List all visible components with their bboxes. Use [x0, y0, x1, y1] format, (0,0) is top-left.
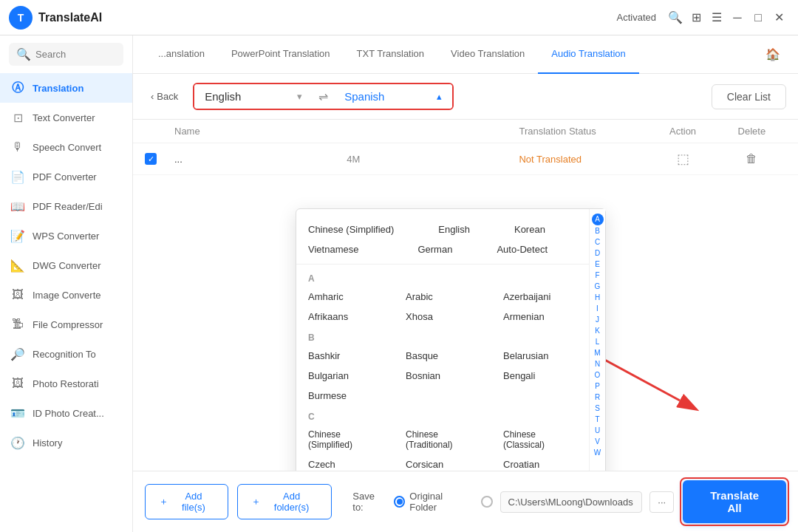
activation-status: Activated: [617, 12, 656, 23]
tab-txt-translation[interactable]: TXT Translation: [344, 35, 438, 74]
sidebar-item-history[interactable]: 🕐 History: [0, 428, 132, 457]
recognition-icon: 🔎: [10, 347, 25, 361]
sidebar-item-dwg-converter[interactable]: 📐 DWG Converter: [0, 250, 132, 280]
sidebar-item-label: Image Converte: [33, 290, 101, 301]
alpha-m[interactable]: M: [594, 347, 600, 358]
sidebar-item-text-converter[interactable]: ⊡ Text Converter: [0, 103, 132, 132]
top-lang-item[interactable]: Korean: [514, 224, 545, 235]
minimize-btn[interactable]: ─: [727, 7, 748, 28]
path-more-button[interactable]: ···: [649, 491, 674, 513]
section-b-row2: Bulgarian Bosnian Bengali: [296, 366, 589, 386]
search-input[interactable]: [35, 49, 116, 60]
lang-bulgarian[interactable]: Bulgarian: [296, 366, 394, 386]
lang-corsican[interactable]: Corsican: [394, 454, 491, 471]
lang-azerbaijani[interactable]: Azerbaijani: [491, 287, 589, 307]
lang-bengali[interactable]: Bengali: [491, 366, 589, 386]
row-delete-icon[interactable]: 🗑: [717, 152, 786, 166]
alpha-t[interactable]: T: [595, 414, 599, 425]
lang-arabic[interactable]: Arabic: [394, 287, 491, 307]
lang-armenian[interactable]: Armenian: [491, 307, 589, 327]
tab-doc-translation[interactable]: ...anslation: [145, 35, 218, 74]
sidebar-item-image-converter[interactable]: 🖼 Image Converte: [0, 280, 132, 310]
sidebar-item-speech-convert[interactable]: 🎙 Speech Convert: [0, 132, 132, 162]
add-files-button[interactable]: ＋ Add file(s): [145, 484, 228, 519]
alpha-w[interactable]: W: [594, 447, 601, 458]
alpha-v[interactable]: V: [595, 436, 600, 447]
alpha-p[interactable]: P: [595, 381, 600, 392]
lang-burmese[interactable]: Burmese: [296, 386, 394, 406]
lang-bosnian[interactable]: Bosnian: [394, 366, 491, 386]
sidebar-item-file-compressor[interactable]: 🗜 File Compressor: [0, 310, 132, 339]
alpha-k[interactable]: K: [595, 325, 600, 336]
lang-bashkir[interactable]: Bashkir: [296, 346, 394, 366]
maximize-btn[interactable]: □: [748, 7, 768, 28]
search-icon-btn[interactable]: 🔍: [665, 7, 686, 28]
menu-icon-btn[interactable]: ☰: [706, 7, 727, 28]
sidebar-item-translation[interactable]: Ⓐ Translation: [0, 73, 132, 103]
top-lang-item[interactable]: Vietnamese: [308, 244, 358, 255]
alpha-s[interactable]: S: [595, 403, 600, 414]
language-swap-icon[interactable]: ⇌: [316, 89, 331, 103]
alpha-c[interactable]: C: [595, 236, 600, 248]
lang-czech[interactable]: Czech: [296, 454, 394, 471]
target-language-select[interactable]: Spanish ▴: [334, 84, 452, 109]
alpha-j[interactable]: J: [596, 314, 599, 325]
row-checkbox[interactable]: ✓: [145, 153, 174, 165]
dropdown-list: Chinese (Simplified) English Korean Viet…: [296, 209, 589, 471]
sidebar: 🔍 Ⓐ Translation ⊡ Text Converter 🎙 Speec…: [0, 35, 133, 532]
alpha-u[interactable]: U: [595, 425, 600, 436]
lang-chinese-traditional[interactable]: Chinese (Traditional): [394, 425, 491, 454]
tab-ppt-translation[interactable]: PowerPoint Translation: [218, 35, 344, 74]
alpha-a[interactable]: A: [592, 214, 604, 225]
photo-restoration-icon: 🖼: [10, 376, 25, 391]
top-lang-item[interactable]: German: [417, 244, 452, 255]
translate-all-button[interactable]: Translate All: [683, 480, 786, 523]
top-lang-item[interactable]: Chinese (Simplified): [308, 224, 394, 235]
clear-list-button[interactable]: Clear List: [712, 84, 786, 109]
table-row: ✓ ... 4M Not Translated ⬚ 🗑: [133, 143, 798, 175]
search-box[interactable]: 🔍: [9, 43, 123, 66]
lang-croatian[interactable]: Croatian: [491, 454, 589, 471]
sidebar-item-pdf-converter[interactable]: 📄 PDF Converter: [0, 162, 132, 191]
radio-original-folder[interactable]: Original Folder: [394, 491, 469, 513]
alpha-b[interactable]: B: [595, 225, 600, 236]
tab-video-translation[interactable]: Video Translation: [437, 35, 538, 74]
alpha-h[interactable]: H: [595, 292, 600, 303]
alpha-i[interactable]: I: [596, 303, 598, 314]
row-action-icon[interactable]: ⬚: [648, 151, 717, 167]
sidebar-item-recognition[interactable]: 🔎 Recognition To: [0, 339, 132, 369]
add-folder-button[interactable]: ＋ Add folder(s): [237, 484, 332, 519]
alpha-l[interactable]: L: [596, 336, 600, 347]
grid-icon-btn[interactable]: ⊞: [686, 7, 706, 28]
sidebar-item-photo-restoration[interactable]: 🖼 Photo Restorati: [0, 369, 132, 398]
top-lang-item[interactable]: Auto-Detect: [497, 244, 548, 255]
close-btn[interactable]: ✕: [768, 7, 789, 28]
sidebar-item-pdf-reader[interactable]: 📖 PDF Reader/Edi: [0, 191, 132, 221]
tab-audio-translation[interactable]: Audio Translation: [538, 35, 638, 74]
lang-xhosa[interactable]: Xhosa: [394, 307, 491, 327]
alpha-g[interactable]: G: [595, 281, 601, 292]
lang-belarusian[interactable]: Belarusian: [491, 346, 589, 366]
radio-custom-path[interactable]: [481, 496, 493, 508]
source-lang-label: English: [205, 90, 241, 103]
home-icon-btn[interactable]: 🏠: [760, 41, 786, 68]
custom-path-input[interactable]: [500, 491, 643, 513]
sidebar-item-wps-converter[interactable]: 📝 WPS Converter: [0, 221, 132, 250]
lang-amharic[interactable]: Amharic: [296, 287, 394, 307]
lang-afrikaans[interactable]: Afrikaans: [296, 307, 394, 327]
table-header: Name Translation Status Action Delete: [133, 120, 798, 143]
source-language-select[interactable]: English ▾: [194, 84, 313, 109]
alpha-d[interactable]: D: [595, 248, 600, 259]
sidebar-item-id-photo[interactable]: 🪪 ID Photo Creat...: [0, 398, 132, 428]
lang-chinese-classical[interactable]: Chinese (Classical): [491, 425, 589, 454]
checkbox-icon[interactable]: ✓: [145, 153, 157, 165]
alpha-e[interactable]: E: [595, 259, 600, 270]
alpha-o[interactable]: O: [595, 369, 601, 381]
back-button[interactable]: ‹ Back: [145, 88, 184, 105]
lang-chinese-simplified[interactable]: Chinese (Simplified): [296, 425, 394, 454]
top-lang-item[interactable]: English: [438, 224, 470, 235]
alpha-n[interactable]: N: [595, 358, 600, 369]
alpha-f[interactable]: F: [595, 270, 599, 281]
alpha-r[interactable]: R: [595, 392, 600, 403]
lang-basque[interactable]: Basque: [394, 346, 491, 366]
